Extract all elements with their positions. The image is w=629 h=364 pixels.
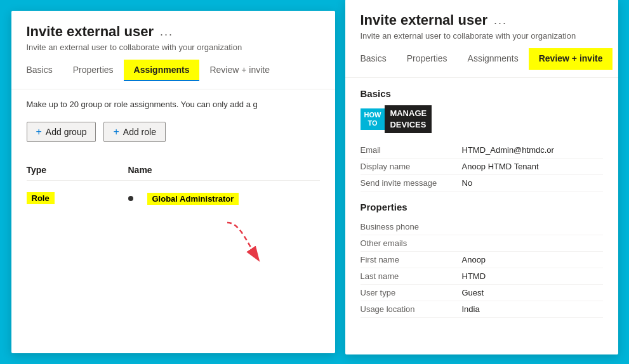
last-name-value: HTMD: [462, 271, 603, 281]
usage-location-label: Usage location: [361, 304, 462, 314]
add-role-icon: +: [113, 126, 119, 138]
email-label: Email: [361, 145, 462, 155]
other-emails-label: Other emails: [361, 238, 462, 248]
last-name-label: Last name: [361, 271, 462, 281]
tab-basics-left[interactable]: Basics: [27, 60, 63, 81]
assignments-info-text: Make up to 20 group or role assignments.…: [27, 100, 320, 109]
user-type-row: User type Guest: [361, 285, 603, 301]
last-name-row: Last name HTMD: [361, 268, 603, 285]
properties-section-title: Properties: [361, 202, 603, 212]
right-tabs: Basics Properties Assignments Review + i…: [361, 48, 603, 70]
add-group-button[interactable]: + Add group: [27, 122, 96, 142]
tab-assignments-left[interactable]: Assignments: [124, 60, 200, 81]
add-role-label: Add role: [123, 127, 156, 137]
dot-cell: [128, 196, 147, 201]
send-invite-label: Send invite message: [361, 178, 462, 188]
properties-section: Properties Business phone Other emails F…: [361, 202, 603, 318]
user-type-value: Guest: [462, 288, 603, 297]
other-emails-row: Other emails: [361, 235, 603, 252]
first-name-value: Anoop: [462, 255, 603, 264]
first-name-row: First name Anoop: [361, 252, 603, 268]
tab-properties-left[interactable]: Properties: [63, 60, 124, 81]
basics-section: Basics HOW TO MANAGE DEVICES Email HTMD_…: [361, 88, 603, 192]
dashed-arrow-annotation: [11, 216, 335, 343]
logo-devices: DEVICES: [390, 119, 427, 131]
usage-location-row: Usage location India: [361, 301, 603, 318]
logo-how-to: HOW TO: [361, 108, 385, 130]
logo-container: HOW TO MANAGE DEVICES: [361, 105, 603, 133]
send-invite-value: No: [462, 178, 603, 188]
business-phone-value: [462, 222, 603, 231]
tab-review-right[interactable]: Review + invite: [529, 48, 613, 70]
tab-assignments-right[interactable]: Assignments: [458, 48, 529, 70]
email-row: Email HTMD_Admin@htmdc.or: [361, 142, 603, 159]
right-panel-ellipsis: ...: [494, 14, 507, 27]
type-cell: Role: [27, 192, 128, 204]
table-row: Role Global Administrator: [27, 186, 320, 211]
role-badge: Role: [27, 192, 55, 204]
other-emails-value: [462, 238, 603, 248]
col-type-header: Type: [27, 165, 128, 175]
add-role-button[interactable]: + Add role: [103, 122, 166, 142]
action-buttons-row: + Add group + Add role: [27, 122, 320, 142]
table-header: Type Name: [27, 160, 320, 181]
business-phone-label: Business phone: [361, 222, 462, 231]
display-name-row: Display name Anoop HTMD Tenant: [361, 159, 603, 175]
tab-review-left[interactable]: Review + invite: [199, 60, 280, 81]
left-title-row: Invite external user ...: [27, 23, 320, 40]
right-panel-header: Invite external user ... Invite an exter…: [345, 0, 618, 78]
left-panel: Invite external user ... Invite an exter…: [11, 11, 335, 353]
business-phone-row: Business phone: [361, 219, 603, 235]
right-panel-body: Basics HOW TO MANAGE DEVICES Email HTMD_…: [345, 78, 618, 354]
send-invite-row: Send invite message No: [361, 175, 603, 192]
left-panel-ellipsis: ...: [160, 25, 173, 39]
first-name-label: First name: [361, 255, 462, 264]
left-tabs: Basics Properties Assignments Review + i…: [27, 60, 320, 81]
tab-basics-right[interactable]: Basics: [361, 48, 397, 70]
left-panel-body: Make up to 20 group or role assignments.…: [11, 89, 335, 353]
logo-to: TO: [367, 119, 377, 127]
email-value: HTMD_Admin@htmdc.or: [462, 145, 603, 155]
right-title-row: Invite external user ...: [361, 12, 603, 29]
logo-manage: MANAGE: [390, 108, 427, 119]
right-panel-title: Invite external user: [361, 12, 488, 29]
display-name-label: Display name: [361, 162, 462, 171]
add-group-icon: +: [36, 126, 42, 138]
tab-properties-right[interactable]: Properties: [397, 48, 458, 70]
right-panel: Invite external user ... Invite an exter…: [345, 0, 618, 354]
logo-manage-devices: MANAGE DEVICES: [385, 105, 432, 133]
row-dot: [128, 196, 133, 201]
add-group-label: Add group: [46, 127, 87, 137]
left-panel-title: Invite external user: [27, 23, 154, 40]
left-panel-subtitle: Invite an external user to collaborate w…: [27, 42, 320, 52]
user-type-label: User type: [361, 288, 462, 297]
logo-how: HOW: [364, 111, 381, 119]
basics-section-title: Basics: [361, 88, 603, 99]
usage-location-value: India: [462, 304, 603, 314]
col-name-header: Name: [128, 165, 320, 175]
left-panel-header: Invite external user ... Invite an exter…: [11, 11, 335, 89]
name-cell: Global Administrator: [147, 193, 320, 204]
display-name-value: Anoop HTMD Tenant: [462, 162, 603, 171]
right-panel-subtitle: Invite an external user to collaborate w…: [361, 31, 603, 41]
global-admin-badge: Global Administrator: [147, 193, 239, 205]
